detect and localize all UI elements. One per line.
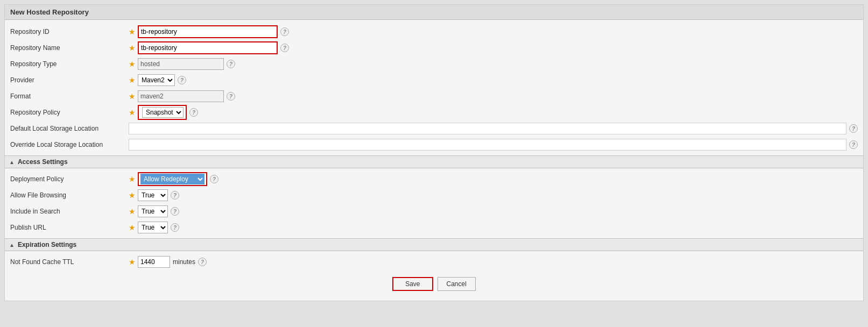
deployment-policy-label: Deployment Policy	[10, 175, 129, 183]
form-container: New Hosted Repository Repository ID ★ ? …	[4, 4, 864, 301]
cancel-button[interactable]: Cancel	[437, 277, 476, 291]
override-local-storage-input[interactable]	[129, 139, 846, 151]
default-local-storage-label: Default Local Storage Location	[10, 125, 129, 132]
repository-name-input[interactable]	[139, 42, 277, 53]
repository-policy-row: Repository Policy ★ Snapshot Release Mix…	[10, 105, 858, 120]
expiration-settings-header[interactable]: ▲ Expiration Settings	[5, 238, 863, 251]
repository-id-field: ★ ?	[129, 25, 858, 38]
override-local-storage-help-icon[interactable]: ?	[849, 140, 858, 149]
provider-required-star: ★	[129, 76, 136, 84]
override-local-storage-label: Override Local Storage Location	[10, 141, 129, 148]
provider-help-icon[interactable]: ?	[178, 76, 186, 84]
not-found-cache-ttl-label: Not Found Cache TTL	[10, 258, 129, 266]
deployment-policy-help-icon[interactable]: ?	[210, 175, 218, 183]
override-local-storage-row: Override Local Storage Location ?	[10, 137, 858, 152]
repository-name-field: ★ ?	[129, 41, 858, 54]
allow-file-browsing-field: ★ True False ?	[129, 189, 858, 201]
repository-id-row: Repository ID ★ ?	[10, 24, 858, 39]
deployment-policy-select[interactable]: Allow Redeploy Disable Redeploy Read Onl…	[140, 174, 204, 184]
save-button[interactable]: Save	[392, 277, 433, 291]
publish-url-required-star: ★	[129, 223, 136, 232]
provider-field: ★ Maven2 Maven1 NuGet NPM ?	[129, 74, 858, 86]
access-settings-title: Access Settings	[18, 158, 68, 166]
expiration-settings-collapse-icon: ▲	[9, 242, 15, 248]
repository-policy-select[interactable]: Snapshot Release Mixed	[142, 107, 184, 118]
allow-file-browsing-label: Allow File Browsing	[10, 191, 129, 199]
format-help-icon[interactable]: ?	[227, 92, 235, 101]
include-in-search-label: Include in Search	[10, 208, 129, 215]
override-local-storage-field: ?	[129, 139, 858, 151]
allow-file-browsing-select[interactable]: True False	[138, 189, 168, 201]
provider-row: Provider ★ Maven2 Maven1 NuGet NPM ?	[10, 73, 858, 88]
deployment-policy-wrapper: Allow Redeploy Disable Redeploy Read Onl…	[138, 172, 207, 186]
repository-policy-required-star: ★	[129, 108, 136, 117]
allow-file-browsing-row: Allow File Browsing ★ True False ?	[10, 188, 858, 203]
repository-type-label: Repository Type	[10, 60, 129, 68]
repository-policy-wrapper: Snapshot Release Mixed	[138, 105, 187, 120]
not-found-cache-ttl-required-star: ★	[129, 258, 136, 266]
provider-select[interactable]: Maven2 Maven1 NuGet NPM	[138, 74, 175, 86]
form-body: Repository ID ★ ? Repository Name ★ ?	[5, 20, 863, 301]
not-found-cache-ttl-field: ★ minutes ?	[129, 256, 858, 268]
include-in-search-help-icon[interactable]: ?	[171, 207, 179, 216]
not-found-cache-ttl-input[interactable]	[138, 256, 170, 268]
publish-url-label: Publish URL	[10, 224, 129, 231]
repository-name-required-star: ★	[129, 44, 136, 52]
expiration-settings-title: Expiration Settings	[18, 241, 76, 248]
allow-file-browsing-help-icon[interactable]: ?	[171, 191, 179, 200]
deployment-policy-field: ★ Allow Redeploy Disable Redeploy Read O…	[129, 172, 858, 186]
format-required-star: ★	[129, 92, 136, 101]
include-in-search-row: Include in Search ★ True False ?	[10, 204, 858, 219]
include-in-search-select[interactable]: True False	[138, 205, 168, 217]
default-local-storage-field: ?	[129, 123, 858, 134]
repository-type-help-icon[interactable]: ?	[227, 60, 235, 68]
repository-name-row: Repository Name ★ ?	[10, 40, 858, 55]
repository-type-required-star: ★	[129, 60, 136, 68]
include-in-search-required-star: ★	[129, 207, 136, 216]
not-found-cache-ttl-row: Not Found Cache TTL ★ minutes ?	[10, 254, 858, 269]
repository-policy-label: Repository Policy	[10, 109, 129, 116]
repository-type-field: ★ ?	[129, 58, 858, 70]
default-local-storage-help-icon[interactable]: ?	[849, 124, 858, 133]
minutes-label: minutes	[173, 258, 195, 266]
publish-url-help-icon[interactable]: ?	[171, 223, 179, 232]
default-local-storage-row: Default Local Storage Location ?	[10, 121, 858, 136]
allow-file-browsing-required-star: ★	[129, 191, 136, 200]
buttons-row: Save Cancel	[10, 271, 858, 296]
not-found-cache-ttl-help-icon[interactable]: ?	[198, 258, 207, 266]
repository-id-label: Repository ID	[10, 28, 129, 35]
format-row: Format ★ ?	[10, 89, 858, 104]
repository-policy-help-icon[interactable]: ?	[189, 108, 198, 117]
publish-url-field: ★ True False ?	[129, 222, 858, 233]
deployment-policy-required-star: ★	[129, 175, 136, 183]
repository-name-input-wrapper	[138, 41, 278, 54]
format-input	[138, 90, 224, 102]
deployment-policy-row: Deployment Policy ★ Allow Redeploy Disab…	[10, 172, 858, 187]
access-settings-collapse-icon: ▲	[9, 159, 15, 165]
repository-id-input[interactable]	[139, 26, 277, 37]
include-in-search-field: ★ True False ?	[129, 205, 858, 217]
publish-url-row: Publish URL ★ True False ?	[10, 220, 858, 235]
format-field: ★ ?	[129, 90, 858, 102]
repository-name-help-icon[interactable]: ?	[280, 44, 289, 52]
repository-name-label: Repository Name	[10, 44, 129, 52]
provider-label: Provider	[10, 76, 129, 84]
default-local-storage-input[interactable]	[129, 123, 846, 134]
repository-id-required-star: ★	[129, 27, 136, 36]
repository-id-help-icon[interactable]: ?	[280, 27, 289, 36]
repository-type-row: Repository Type ★ ?	[10, 56, 858, 72]
publish-url-select[interactable]: True False	[138, 222, 168, 233]
repository-id-input-wrapper	[138, 25, 278, 38]
repository-policy-field: ★ Snapshot Release Mixed ?	[129, 105, 858, 120]
repository-type-input	[138, 58, 224, 70]
format-label: Format	[10, 93, 129, 100]
access-settings-header[interactable]: ▲ Access Settings	[5, 155, 863, 168]
form-title: New Hosted Repository	[5, 5, 863, 20]
